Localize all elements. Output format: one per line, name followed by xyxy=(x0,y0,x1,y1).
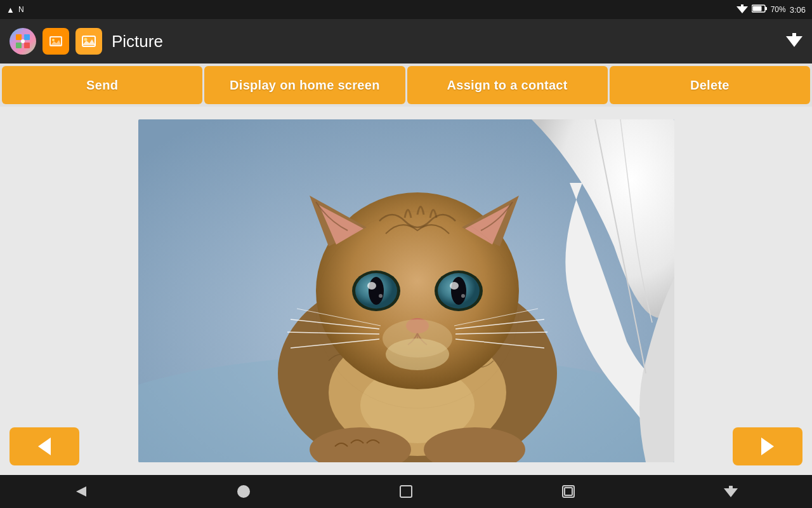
assign-contact-button[interactable]: Assign to a contact xyxy=(407,66,608,104)
status-right: 70% 3:06 xyxy=(737,4,806,15)
svg-rect-18 xyxy=(792,33,796,36)
image-container xyxy=(138,119,674,462)
kitten-image xyxy=(138,119,674,462)
svg-marker-55 xyxy=(76,486,86,497)
status-left: ▲ N xyxy=(6,5,24,15)
bottom-nav xyxy=(0,475,812,508)
time-display: 3:06 xyxy=(790,5,806,15)
svg-point-38 xyxy=(461,294,465,298)
svg-rect-6 xyxy=(24,34,30,40)
svg-rect-59 xyxy=(565,488,572,495)
wifi-status-icon xyxy=(737,4,748,15)
wifi-icon xyxy=(786,33,802,50)
svg-marker-17 xyxy=(786,36,802,47)
signal-icon: ▲ xyxy=(6,5,15,15)
svg-marker-60 xyxy=(724,488,738,497)
puzzle-icon[interactable] xyxy=(10,28,36,55)
image-icon[interactable] xyxy=(75,28,102,55)
svg-rect-8 xyxy=(24,43,30,48)
action-bar: Send Display on home screen Assign to a … xyxy=(0,64,812,107)
network-icon: N xyxy=(18,5,24,14)
next-button[interactable] xyxy=(733,427,802,465)
home-button[interactable] xyxy=(225,479,263,504)
svg-point-9 xyxy=(21,39,25,43)
svg-rect-57 xyxy=(400,486,412,497)
top-bar: Picture xyxy=(0,19,812,64)
back-button[interactable] xyxy=(62,479,100,504)
svg-marker-54 xyxy=(761,438,774,455)
svg-rect-61 xyxy=(729,486,733,488)
svg-rect-7 xyxy=(16,43,22,48)
svg-point-36 xyxy=(451,277,466,305)
svg-point-33 xyxy=(379,294,383,298)
svg-rect-4 xyxy=(752,6,761,11)
wifi-nav-icon xyxy=(712,479,750,504)
page-title: Picture xyxy=(112,32,776,51)
status-bar: ▲ N 70% 3:06 xyxy=(0,0,812,19)
main-content xyxy=(0,107,812,475)
battery-icon xyxy=(752,4,767,15)
battery-percent: 70% xyxy=(771,5,786,14)
svg-point-37 xyxy=(450,282,459,290)
svg-point-16 xyxy=(84,38,88,41)
top-bar-icons xyxy=(10,28,102,55)
svg-point-32 xyxy=(367,282,376,290)
gallery-icon[interactable] xyxy=(43,28,69,55)
previous-button[interactable] xyxy=(10,427,79,465)
svg-point-13 xyxy=(52,39,55,41)
svg-rect-3 xyxy=(765,7,767,10)
send-button[interactable]: Send xyxy=(2,66,202,104)
delete-button[interactable]: Delete xyxy=(610,66,810,104)
display-home-button[interactable]: Display on home screen xyxy=(204,66,405,104)
svg-marker-0 xyxy=(737,6,748,13)
svg-point-56 xyxy=(237,485,250,498)
svg-point-41 xyxy=(386,338,449,370)
svg-point-31 xyxy=(369,277,384,305)
recents2-button[interactable] xyxy=(549,479,587,504)
svg-rect-5 xyxy=(16,34,22,40)
recents-button[interactable] xyxy=(387,479,425,504)
svg-marker-53 xyxy=(38,438,51,455)
svg-rect-1 xyxy=(741,4,743,6)
